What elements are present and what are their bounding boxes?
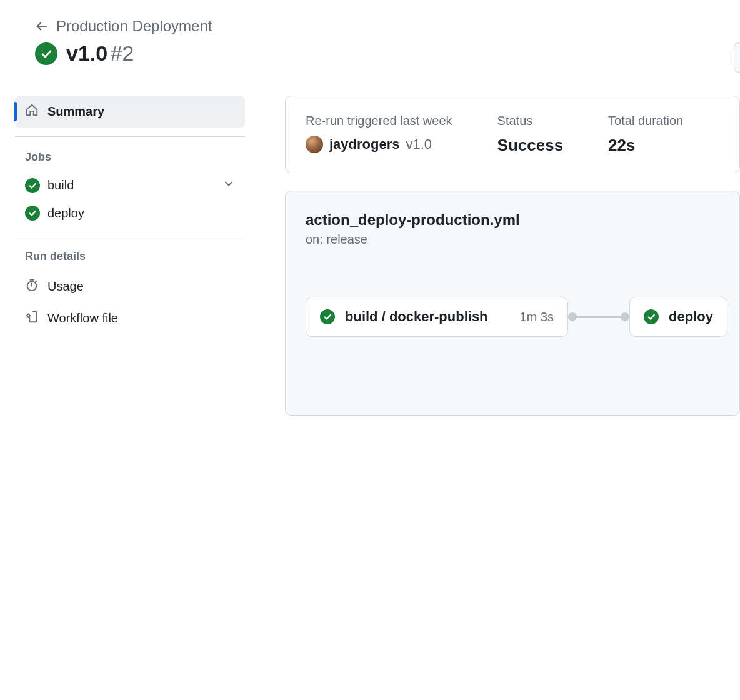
sidebar: Summary Jobs build deploy Run — [15, 96, 245, 416]
sidebar-rundetails-header: Run details — [15, 245, 245, 271]
summary-card: Re-run triggered last week jaydrogers v1… — [285, 96, 740, 173]
run-version: v1.0 — [66, 41, 108, 65]
status-label: Status — [498, 114, 564, 128]
home-icon — [25, 103, 39, 120]
page-title-row: v1.0 #2 — [15, 41, 740, 66]
triggered-actor-row: jaydrogers v1.0 — [306, 136, 452, 153]
sidebar-workflow-file-label: Workflow file — [48, 311, 118, 326]
job-node-name: build / docker-publish — [345, 309, 510, 325]
job-node-name: deploy — [669, 309, 713, 325]
job-node-duration: 1m 3s — [520, 310, 554, 324]
divider — [15, 136, 245, 137]
status-value: Success — [498, 136, 564, 155]
connector-line — [577, 316, 621, 318]
check-icon — [320, 309, 335, 324]
breadcrumb: Production Deployment — [15, 18, 740, 35]
main-content: Re-run triggered last week jaydrogers v1… — [285, 96, 740, 416]
connector-dot-icon — [568, 312, 577, 321]
sidebar-job-build[interactable]: build — [15, 171, 245, 199]
job-node-build[interactable]: build / docker-publish 1m 3s — [306, 297, 568, 337]
sidebar-item-summary[interactable]: Summary — [15, 96, 245, 128]
sidebar-item-workflow-file[interactable]: Workflow file — [15, 302, 245, 334]
check-icon — [25, 206, 40, 221]
divider — [15, 236, 245, 236]
triggered-label: Re-run triggered last week — [306, 114, 452, 128]
top-right-partial-button[interactable] — [734, 42, 740, 72]
connector-dot-icon — [621, 312, 629, 321]
svg-line-4 — [36, 281, 37, 282]
chevron-down-icon[interactable] — [222, 178, 235, 193]
back-arrow-icon[interactable] — [35, 19, 49, 33]
graph-connector — [568, 312, 629, 321]
workflow-filename: action_deploy-production.yml — [306, 211, 719, 229]
check-icon — [644, 309, 659, 324]
job-label: deploy — [48, 206, 235, 221]
workflow-graph: build / docker-publish 1m 3s deploy — [306, 297, 719, 337]
actor-ref: v1.0 — [406, 136, 432, 152]
job-node-deploy[interactable]: deploy — [629, 297, 728, 337]
workflow-graph-card: action_deploy-production.yml on: release… — [285, 191, 740, 416]
run-status-icon — [35, 42, 58, 65]
check-icon — [25, 178, 40, 193]
actor-name[interactable]: jaydrogers — [329, 136, 400, 152]
duration-value: 22s — [608, 136, 683, 155]
sidebar-jobs-header: Jobs — [15, 146, 245, 171]
sidebar-summary-label: Summary — [48, 104, 104, 119]
workflow-trigger: on: release — [306, 232, 719, 247]
file-code-icon — [25, 310, 39, 327]
sidebar-usage-label: Usage — [48, 279, 84, 294]
sidebar-job-deploy[interactable]: deploy — [15, 199, 245, 227]
avatar[interactable] — [306, 136, 323, 153]
run-number: #2 — [111, 41, 134, 65]
stopwatch-icon — [25, 278, 39, 295]
page-title: v1.0 #2 — [66, 41, 134, 66]
breadcrumb-workflow-name[interactable]: Production Deployment — [56, 18, 212, 35]
sidebar-item-usage[interactable]: Usage — [15, 271, 245, 302]
duration-label: Total duration — [608, 114, 683, 128]
job-label: build — [48, 178, 215, 192]
